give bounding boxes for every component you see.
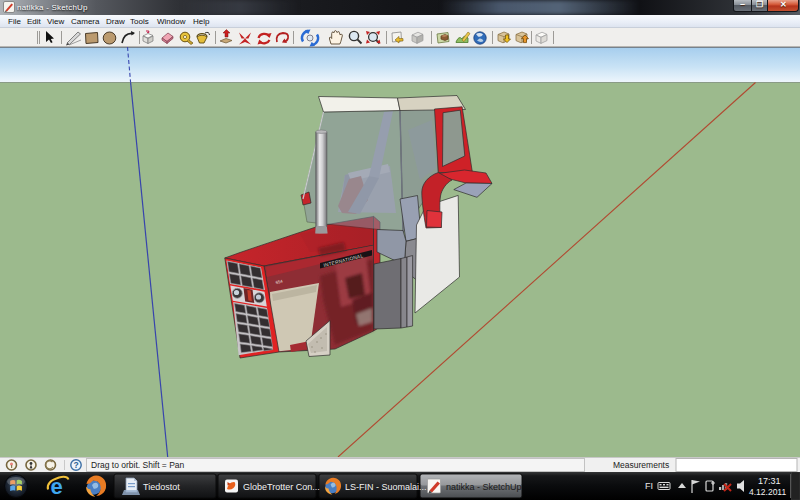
svg-text:natikka - SketchUp: natikka - SketchUp: [446, 482, 522, 492]
svg-text:?: ?: [74, 460, 79, 470]
svg-text:4.12.2011: 4.12.2011: [749, 487, 786, 497]
svg-text:17:31: 17:31: [758, 476, 781, 486]
svg-text:Drag to orbit. Shift = Pan: Drag to orbit. Shift = Pan: [91, 460, 185, 470]
svg-text:Measurements: Measurements: [613, 460, 669, 470]
svg-text:LS-FIN - Suomalai...: LS-FIN - Suomalai...: [345, 482, 427, 492]
svg-text:Tiedostot: Tiedostot: [143, 482, 180, 492]
svg-text:FI: FI: [645, 481, 653, 491]
svg-text:GlobeTrotter Con...: GlobeTrotter Con...: [243, 482, 320, 492]
